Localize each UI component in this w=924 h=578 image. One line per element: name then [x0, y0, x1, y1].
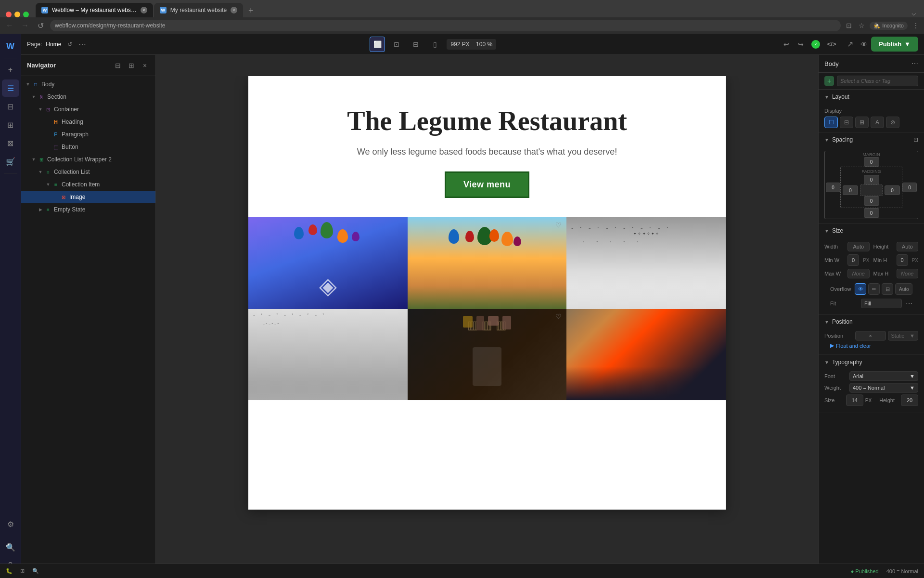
overflow-visible-btn[interactable]: 👁 [855, 283, 866, 295]
tree-item-heading[interactable]: ▶ H Heading [21, 116, 155, 128]
typography-section-header[interactable]: ▼ Typography [819, 355, 924, 369]
settings-tool[interactable]: ⚙ [2, 515, 19, 533]
overflow-hidden-btn[interactable]: ✏ [868, 283, 880, 295]
page-reload-btn[interactable]: ↺ [65, 39, 75, 49]
tree-item-empty-state[interactable]: ▶ ≡ Empty State [21, 203, 155, 216]
overflow-scroll-btn[interactable]: ⊟ [882, 283, 893, 295]
bookmark-icon[interactable]: ☆ [857, 21, 866, 30]
close-window-btn[interactable] [6, 12, 12, 17]
add-element-tool[interactable]: + [2, 61, 19, 79]
tabs-menu-btn[interactable]: ⌵ [911, 8, 916, 17]
overflow-auto-btn[interactable]: Auto [895, 283, 912, 295]
navigator-collapse-btn[interactable]: ⊟ [113, 61, 123, 70]
new-tab-btn[interactable]: + [244, 4, 257, 17]
padding-bottom-input[interactable]: 0 [864, 196, 879, 206]
weight-select[interactable]: 400 = Normal ▼ [849, 383, 918, 393]
padding-right-input[interactable]: 0 [885, 185, 900, 195]
tree-item-section[interactable]: ▼ § Section [21, 91, 155, 103]
position-state-value: Static [891, 333, 905, 339]
margin-bottom-input[interactable]: 0 [864, 208, 879, 218]
padding-left-input[interactable]: 0 [843, 185, 858, 195]
spacing-section-header[interactable]: ▼ Spacing ⊡ [819, 132, 924, 147]
back-btn[interactable]: ← [4, 20, 15, 31]
bottom-icon-grid[interactable]: ⊞ [20, 568, 25, 574]
preview-icon[interactable]: 👁 [860, 40, 867, 48]
tree-item-body[interactable]: ▼ □ Body [21, 78, 155, 91]
view-menu-btn[interactable]: View menu [445, 171, 529, 198]
position-state-select[interactable]: Static ▼ [888, 331, 919, 341]
max-w-input[interactable]: None [847, 269, 870, 278]
fit-select[interactable]: Fill [861, 299, 902, 308]
display-inline-btn[interactable]: A [871, 117, 884, 128]
navigator-expand-btn[interactable]: ⊞ [127, 61, 136, 70]
maximize-window-btn[interactable] [23, 12, 29, 17]
toolbar-more-btn[interactable]: ⋯ [78, 39, 86, 49]
tree-item-collection-item[interactable]: ▼ ≡ Collection Item [21, 178, 155, 191]
min-h-input[interactable]: 0 [897, 254, 908, 266]
tab-close-btn-2[interactable]: × [231, 7, 237, 13]
mobile-port-view-btn[interactable]: ▯ [427, 37, 443, 52]
status-indicator: ✓ [811, 40, 820, 49]
webflow-logo[interactable]: W [2, 38, 19, 55]
position-section-header[interactable]: ▼ Position [819, 315, 924, 329]
bottom-icon-bug[interactable]: 🐛 [6, 568, 13, 574]
webflow-canvas[interactable]: The Legume Restaurant We only less legum… [248, 76, 726, 510]
components-tool[interactable]: ⊠ [2, 134, 19, 152]
height-px-input[interactable]: 20 [901, 394, 918, 406]
font-select[interactable]: Arial ▼ [849, 371, 918, 381]
display-flex-btn[interactable]: ⊟ [840, 117, 853, 128]
balloon-decoration [280, 222, 376, 261]
desktop-view-btn[interactable]: ⬜ [370, 37, 385, 52]
address-bar[interactable]: webflow.com/design/my-restaurant-website [50, 20, 841, 31]
mobile-land-view-btn[interactable]: ⊟ [408, 37, 424, 52]
float-clear-link[interactable]: ▶ Float and clear [824, 341, 918, 351]
tree-item-image[interactable]: ▶ ⊠ Image ↗ [21, 191, 155, 203]
min-w-input[interactable]: 0 [847, 254, 859, 266]
navigator-close-btn[interactable]: × [140, 61, 150, 70]
menu-icon[interactable]: ⋮ [911, 21, 920, 30]
code-view-btn[interactable]: </> [824, 37, 839, 52]
assets-tool[interactable]: ⊞ [2, 116, 19, 133]
navigator-tool[interactable]: ☰ [2, 79, 19, 97]
search-tool[interactable]: 🔍 [2, 539, 19, 556]
layout-section-header[interactable]: ▼ Layout [819, 90, 924, 104]
margin-left-input[interactable]: 0 [826, 183, 840, 192]
refresh-btn[interactable]: ↺ [35, 20, 46, 31]
margin-right-input[interactable]: 0 [902, 183, 917, 192]
tree-item-paragraph[interactable]: ▶ P Paragraph [21, 128, 155, 141]
cms-tool[interactable]: ⊟ [2, 98, 19, 115]
tree-item-container[interactable]: ▼ ⊡ Container [21, 103, 155, 116]
tab-restaurant-website[interactable]: W My restaurant website × [154, 3, 243, 17]
selector-plus-btn[interactable]: + [824, 76, 834, 86]
max-h-input[interactable]: None [897, 269, 919, 278]
tab-webflow-editor[interactable]: W Webflow – My restaurant webs… × [36, 3, 153, 17]
image-action-btn[interactable]: ↗ [144, 193, 152, 201]
width-input[interactable]: Auto [847, 242, 870, 251]
minimize-window-btn[interactable] [14, 12, 20, 17]
b-red [465, 231, 474, 242]
tree-item-button[interactable]: ▶ ⬚ Button [21, 141, 155, 153]
size-section-header[interactable]: ▼ Size [819, 223, 924, 238]
padding-top-input[interactable]: 0 [864, 175, 879, 184]
margin-top-input[interactable]: 0 [864, 157, 879, 167]
height-input[interactable]: Auto [897, 242, 919, 251]
tab-close-btn[interactable]: × [141, 7, 147, 13]
selector-input[interactable]: Select a Class or Tag [837, 76, 918, 86]
display-none-btn[interactable]: ⊘ [886, 117, 899, 128]
undo-btn[interactable]: ↩ [780, 38, 793, 51]
display-block-btn[interactable]: ☐ [824, 117, 838, 128]
ecommerce-tool[interactable]: 🛒 [2, 153, 19, 170]
publish-btn[interactable]: Publish ▼ [871, 37, 918, 52]
display-grid-btn[interactable]: ⊞ [855, 117, 869, 128]
tree-item-collection-list[interactable]: ▼ ≡ Collection List [21, 166, 155, 178]
fit-more-btn[interactable]: ⋯ [906, 300, 912, 307]
tablet-view-btn[interactable]: ⊡ [389, 37, 404, 52]
bottom-icon-zoom[interactable]: 🔍 [32, 568, 39, 574]
size-px-input[interactable]: 14 [846, 394, 863, 406]
redo-btn[interactable]: ↪ [794, 38, 808, 51]
right-panel-more-btn[interactable]: ⋯ [911, 60, 918, 67]
forward-btn[interactable]: → [19, 20, 31, 31]
export-btn[interactable]: ↗ [843, 38, 857, 51]
tree-item-collection-list-wrapper[interactable]: ▼ ⊞ Collection List Wrapper 2 [21, 153, 155, 166]
cast-icon[interactable]: ⊡ [845, 21, 853, 30]
